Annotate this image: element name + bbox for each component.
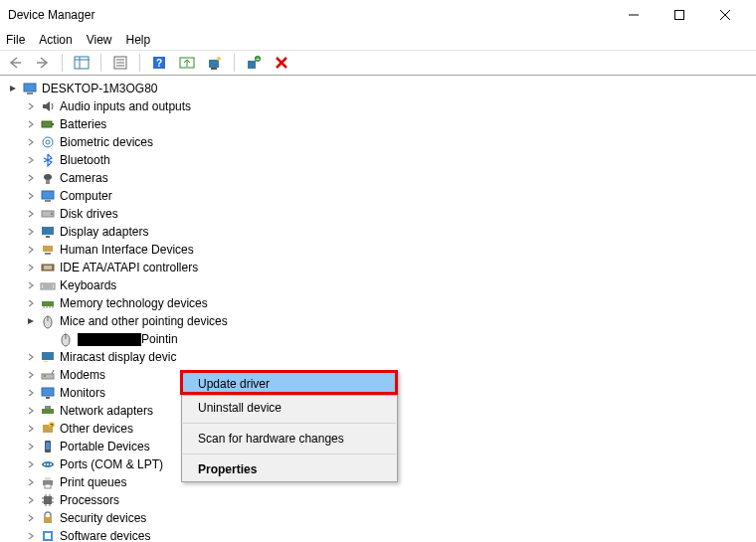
expand-icon[interactable]	[24, 368, 38, 382]
svg-rect-70	[45, 484, 51, 488]
ctx-update-driver[interactable]: Update driver	[182, 372, 397, 396]
tree-category[interactable]: Biometric devices	[6, 133, 756, 151]
update-driver-button[interactable]	[176, 52, 198, 74]
portable-icon	[40, 439, 56, 454]
svg-rect-71	[44, 496, 52, 504]
category-label: Bluetooth	[60, 151, 110, 169]
expand-icon[interactable]	[24, 440, 38, 453]
forward-button[interactable]	[32, 52, 54, 74]
tree-category[interactable]: Processors	[6, 491, 756, 509]
other-icon: ?	[40, 421, 56, 437]
svg-point-65	[44, 463, 46, 465]
ctx-scan-hardware[interactable]: Scan for hardware changes	[182, 427, 397, 451]
maximize-button[interactable]	[657, 0, 702, 30]
category-label: Miracast display devic	[60, 348, 176, 366]
svg-point-31	[51, 213, 53, 215]
collapse-icon[interactable]	[6, 82, 20, 95]
tree-device[interactable]: Pointin	[6, 330, 756, 348]
show-hide-tree-button[interactable]	[71, 52, 93, 74]
expand-icon[interactable]	[24, 243, 38, 257]
expand-icon[interactable]	[24, 511, 38, 525]
expand-icon[interactable]	[24, 99, 38, 113]
expand-icon[interactable]	[24, 404, 38, 418]
root-label: DESKTOP-1M3OG80	[42, 80, 157, 97]
ctx-uninstall-device[interactable]: Uninstall device	[182, 396, 397, 420]
scan-hardware-button[interactable]	[204, 52, 226, 74]
expand-icon[interactable]	[24, 117, 38, 131]
mouse-icon	[40, 313, 56, 329]
software-icon	[40, 528, 56, 542]
tree-category[interactable]: Software devices	[6, 527, 756, 542]
svg-rect-39	[41, 283, 55, 289]
tree-category[interactable]: Security devices	[6, 509, 756, 527]
add-legacy-button[interactable]: +	[243, 52, 265, 74]
tree-category[interactable]: Memory technology devices	[6, 294, 756, 312]
tree-root[interactable]: DESKTOP-1M3OG80	[6, 80, 756, 97]
menu-help[interactable]: Help	[126, 33, 151, 47]
expand-icon[interactable]	[24, 422, 38, 436]
category-label: Batteries	[60, 115, 106, 133]
expand-icon[interactable]	[24, 225, 38, 239]
tree-category[interactable]: Human Interface Devices	[6, 241, 756, 259]
expand-icon[interactable]	[24, 171, 38, 185]
print-icon	[40, 474, 56, 490]
expand-icon[interactable]	[24, 529, 38, 542]
expand-icon[interactable]	[24, 189, 38, 203]
menubar: File Action View Help	[0, 30, 756, 50]
expand-icon[interactable]	[24, 296, 38, 310]
svg-point-66	[47, 463, 49, 465]
expand-icon[interactable]	[24, 457, 38, 471]
audio-icon	[40, 98, 56, 114]
ide-icon	[40, 260, 56, 275]
help-button[interactable]: ?	[148, 52, 170, 74]
expand-icon[interactable]	[24, 135, 38, 149]
properties-button[interactable]	[109, 52, 131, 74]
tree-category[interactable]: Miracast display devic	[6, 348, 756, 366]
category-label: Network adapters	[60, 402, 153, 420]
category-label: Security devices	[60, 509, 146, 527]
cpu-icon	[40, 492, 56, 508]
expand-icon[interactable]	[24, 278, 38, 292]
expand-icon[interactable]	[24, 475, 38, 489]
menu-file[interactable]: File	[6, 33, 25, 47]
hid-icon	[40, 242, 56, 258]
tree-category[interactable]: Cameras	[6, 169, 756, 187]
menu-view[interactable]: View	[87, 33, 112, 47]
category-label: Display adapters	[60, 223, 148, 241]
back-button[interactable]	[4, 52, 26, 74]
tree-category[interactable]: Keyboards	[6, 276, 756, 294]
tree-category[interactable]: Batteries	[6, 115, 756, 133]
category-label: Print queues	[60, 473, 126, 491]
svg-rect-80	[44, 517, 52, 523]
svg-point-24	[43, 137, 53, 147]
toolbar: ? +	[0, 50, 756, 76]
tree-category[interactable]: Mice and other pointing devices	[6, 312, 756, 330]
expand-icon[interactable]	[24, 386, 38, 400]
tree-category[interactable]: Computer	[6, 187, 756, 205]
battery-icon	[40, 116, 56, 132]
expand-icon[interactable]	[24, 493, 38, 507]
svg-point-25	[46, 140, 50, 144]
expand-icon[interactable]	[24, 207, 38, 221]
ctx-properties[interactable]: Properties	[182, 457, 397, 481]
svg-rect-22	[42, 121, 52, 127]
tree-category[interactable]: Disk drives	[6, 205, 756, 223]
category-label: Keyboards	[60, 276, 116, 294]
minimize-button[interactable]	[611, 0, 657, 30]
tree-category[interactable]: Display adapters	[6, 223, 756, 241]
expand-icon[interactable]	[24, 350, 38, 364]
svg-rect-4	[75, 57, 89, 69]
category-label: Biometric devices	[60, 133, 153, 151]
expand-icon[interactable]	[24, 261, 38, 274]
tree-category[interactable]: Audio inputs and outputs	[6, 97, 756, 115]
expand-icon[interactable]	[24, 153, 38, 167]
svg-rect-55	[42, 388, 54, 396]
tree-category[interactable]: IDE ATA/ATAPI controllers	[6, 259, 756, 276]
memory-icon	[40, 295, 56, 311]
menu-action[interactable]: Action	[39, 33, 72, 47]
tree-category[interactable]: Bluetooth	[6, 151, 756, 169]
uninstall-button[interactable]	[271, 52, 292, 74]
modem-icon	[40, 367, 56, 383]
close-button[interactable]	[702, 0, 748, 30]
expand-icon[interactable]	[24, 314, 38, 328]
